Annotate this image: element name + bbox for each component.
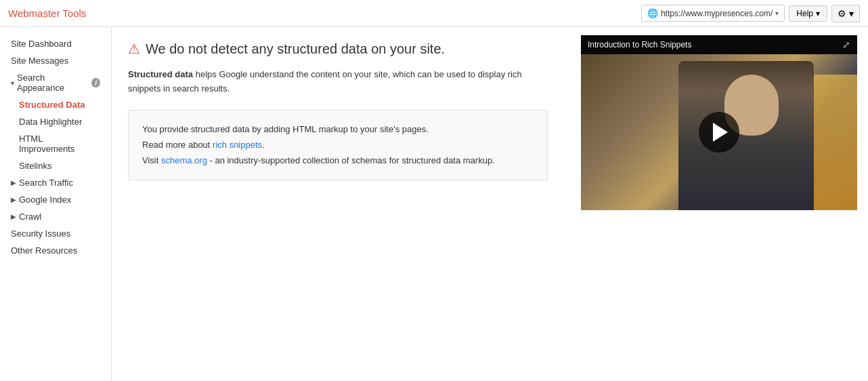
url-bar[interactable]: 🌐 https://www.mypresences.com/ ▾ (641, 5, 785, 22)
sidebar-label-other-resources: Other Resources (11, 245, 77, 256)
sidebar-label-search-appearance: Search Appearance (17, 73, 87, 93)
settings-button[interactable]: ⚙ ▾ (831, 5, 860, 22)
header-controls: 🌐 https://www.mypresences.com/ ▾ Help ▾ … (641, 5, 860, 22)
sidebar-label-sitelinks: Sitelinks (19, 161, 51, 171)
rich-snippets-link[interactable]: rich snippets (213, 140, 262, 150)
video-container: Introduction to Rich Snippets ⤢ (581, 35, 857, 210)
globe-icon: 🌐 (647, 8, 658, 18)
content-area: ⚠ We do not detect any structured data o… (112, 27, 868, 381)
sidebar-label-google-index: Google Index (19, 195, 71, 205)
header: Webmaster Tools 🌐 https://www.mypresence… (0, 0, 868, 27)
search-appearance-info-icon: i (91, 78, 100, 87)
info-line2: Read more about rich snippets. (142, 137, 534, 153)
video-header: Introduction to Rich Snippets ⤢ (581, 35, 857, 54)
info-box: You provide structured data by adding HT… (128, 110, 548, 180)
main-content: ⚠ We do not detect any structured data o… (112, 27, 570, 381)
sidebar-item-crawl[interactable]: ▶ Crawl (0, 208, 111, 225)
sidebar-label-search-traffic: Search Traffic (19, 178, 73, 188)
info-line2-prefix: Read more about (142, 140, 213, 150)
url-chevron-icon: ▾ (775, 9, 779, 17)
sidebar-label-site-dashboard: Site Dashboard (11, 39, 72, 49)
sidebar-item-google-index[interactable]: ▶ Google Index (0, 191, 111, 208)
page-title-text: We do not detect any structured data on … (146, 41, 445, 57)
crawl-arrow-icon: ▶ (11, 213, 16, 220)
info-line2-suffix: . (262, 140, 265, 150)
sidebar-item-other-resources[interactable]: Other Resources (0, 242, 111, 259)
description: Structured data helps Google understand … (128, 68, 548, 96)
sidebar-item-data-highlighter[interactable]: Data Highlighter (0, 113, 111, 130)
google-index-arrow-icon: ▶ (11, 196, 16, 203)
sidebar: Site Dashboard Site Messages ▾ Search Ap… (0, 27, 112, 381)
search-appearance-arrow-icon: ▾ (11, 79, 14, 87)
help-button[interactable]: Help ▾ (789, 5, 827, 22)
sidebar-label-structured-data: Structured Data (19, 100, 85, 110)
sidebar-item-site-messages[interactable]: Site Messages (0, 52, 111, 69)
video-panel: Introduction to Rich Snippets ⤢ (570, 27, 868, 381)
sidebar-item-sitelinks[interactable]: Sitelinks (0, 157, 111, 174)
help-chevron-icon: ▾ (816, 9, 820, 18)
video-thumbnail[interactable] (581, 54, 857, 210)
help-label: Help (796, 9, 813, 18)
info-line3: Visit schema.org - an industry-supported… (142, 153, 534, 168)
share-icon[interactable]: ⤢ (842, 39, 850, 50)
error-icon: ⚠ (128, 41, 140, 57)
url-text: https://www.mypresences.com/ (661, 9, 773, 18)
sidebar-label-crawl: Crawl (19, 212, 41, 222)
page-title: ⚠ We do not detect any structured data o… (128, 41, 554, 57)
structured-data-bold: Structured data (128, 69, 193, 79)
sidebar-item-search-traffic[interactable]: ▶ Search Traffic (0, 174, 111, 191)
settings-chevron-icon: ▾ (849, 8, 854, 19)
info-line1: You provide structured data by adding HT… (142, 121, 534, 137)
sidebar-item-html-improvements[interactable]: HTML Improvements (0, 130, 111, 157)
sidebar-item-site-dashboard[interactable]: Site Dashboard (0, 35, 111, 52)
sidebar-item-structured-data[interactable]: Structured Data (0, 96, 111, 113)
schema-link[interactable]: schema.org (161, 155, 207, 165)
app-title: Webmaster Tools (8, 7, 86, 19)
sidebar-item-security-issues[interactable]: Security Issues (0, 225, 111, 242)
layout: Site Dashboard Site Messages ▾ Search Ap… (0, 27, 868, 381)
video-title: Introduction to Rich Snippets (588, 40, 691, 49)
sidebar-item-search-appearance[interactable]: ▾ Search Appearance i (0, 69, 111, 96)
info-line3-suffix: - an industry-supported collection of sc… (207, 155, 495, 165)
sidebar-label-security-issues: Security Issues (11, 228, 70, 239)
sidebar-label-site-messages: Site Messages (11, 56, 68, 66)
sidebar-label-data-highlighter: Data Highlighter (19, 117, 82, 127)
sidebar-label-html-improvements: HTML Improvements (19, 134, 100, 154)
gear-icon: ⚙ (838, 8, 846, 19)
video-play-button[interactable] (699, 112, 739, 153)
search-traffic-arrow-icon: ▶ (11, 179, 16, 186)
info-line3-prefix: Visit (142, 155, 161, 165)
